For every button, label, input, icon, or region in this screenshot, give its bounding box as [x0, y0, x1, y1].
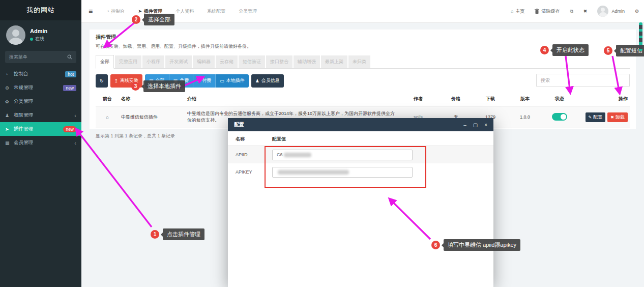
nav-category[interactable]: 分类管理	[232, 0, 264, 23]
step-number: 5	[604, 46, 612, 55]
sidebar-search-input[interactable]: 搜索菜单	[5, 51, 76, 63]
person-icon: ♟	[255, 78, 259, 83]
configure-button[interactable]: ✎ 配置	[586, 112, 606, 122]
dialog-column-headers: 名称 配置值	[228, 131, 493, 146]
step-number: 4	[540, 46, 549, 54]
monitor-icon: ▭	[220, 78, 224, 83]
apikey-input[interactable]	[272, 167, 413, 178]
sidebar-item-addon[interactable]: ➤ 插件管理 new	[0, 122, 81, 136]
sidebar-menu: ◔ 控制台 hot ⚙ 常规管理 new ✿ 分类管理 ♟ 权限管理 ‹ ➤ 插…	[0, 67, 81, 150]
table-header-row: 前台 名称 介绍 作者 价格 下载 版本 状态 操作	[96, 92, 630, 106]
paper-plane-icon: ➤	[5, 127, 14, 132]
sidebar-item-category[interactable]: ✿ 分类管理	[0, 95, 81, 108]
config-row-apiid: APIID C6	[228, 146, 493, 163]
sidebar-item-general[interactable]: ⚙ 常规管理 new	[0, 81, 81, 95]
sidebar-item-member[interactable]: ▦ 会员管理 ‹	[0, 136, 81, 150]
users-icon: ♟	[5, 113, 14, 118]
paper-plane-icon: ➤	[138, 9, 142, 14]
tab-cloudstorage[interactable]: 云存储	[216, 55, 238, 68]
sidebar-item-dashboard[interactable]: ◔ 控制台 hot	[0, 67, 81, 81]
member-info-button[interactable]: ♟ 会员信息	[251, 74, 284, 88]
annotation-5: 5 配置短信	[604, 45, 644, 56]
online-dot-icon	[30, 38, 33, 41]
yen-icon: ¥	[197, 78, 200, 83]
leaf-icon: ✿	[5, 99, 14, 104]
tab-devtest[interactable]: 开发测试	[165, 55, 192, 68]
annotation-2: 2 选择全部	[132, 14, 174, 25]
step-number: 1	[151, 230, 159, 239]
dialog-titlebar[interactable]: 配置 – ▢ ×	[228, 118, 493, 131]
step-tooltip: 选择本地插件	[143, 80, 185, 92]
chevron-left-icon: ‹	[74, 112, 76, 119]
tab-miniprogram[interactable]: 小程序	[142, 55, 164, 68]
clear-cache-button[interactable]: 清除缓存	[530, 0, 565, 23]
tab-enhance[interactable]: 辅助增强	[294, 55, 320, 68]
search-placeholder: 搜索	[541, 77, 550, 84]
search-icon	[67, 54, 72, 60]
field-label: APIKEY	[236, 169, 272, 175]
user-name: Admin	[611, 9, 625, 14]
tab-editor[interactable]: 编辑器	[193, 55, 215, 68]
upload-icon: ↥	[114, 78, 119, 83]
scrollbar-thumb[interactable]	[639, 22, 642, 51]
copy-icon[interactable]: ⧉	[565, 0, 578, 23]
table-icon: ▦	[5, 140, 14, 146]
filter-paid-button[interactable]: ¥ 付费	[193, 74, 216, 88]
pencil-icon: ✎	[589, 115, 592, 120]
sidebar-item-auth[interactable]: ♟ 权限管理 ‹	[0, 108, 81, 122]
settings-gear-icon[interactable]: ⚙	[630, 0, 644, 23]
addon-version: 1.0.0	[508, 106, 542, 128]
user-status: 在线	[35, 36, 44, 42]
trash-icon	[535, 9, 539, 14]
new-badge: new	[63, 85, 76, 91]
avatar[interactable]	[6, 25, 25, 45]
new-badge: new	[63, 126, 76, 132]
close-icon[interactable]: ×	[484, 122, 487, 128]
step-tooltip: 选择全部	[144, 14, 174, 25]
dialog-title: 配置	[234, 121, 457, 128]
tab-bar: 全部 完整应用 小程序 开发测试 编辑器 云存储 短信验证 接口整合 辅助增强 …	[96, 55, 630, 69]
uninstall-button[interactable]: ✖ 卸载	[607, 112, 628, 122]
apiid-input[interactable]: C6	[272, 150, 413, 160]
maximize-icon[interactable]: ▢	[473, 122, 478, 128]
tab-uncategorized[interactable]: 未归类	[348, 55, 370, 68]
x-icon: ✖	[610, 115, 614, 120]
sidebar-search-placeholder: 搜索菜单	[9, 54, 67, 61]
hot-badge: hot	[65, 71, 76, 77]
step-number: 2	[132, 15, 140, 24]
refresh-button[interactable]: ↻	[96, 74, 108, 88]
minimize-icon[interactable]: –	[463, 122, 466, 128]
frontend-home-icon[interactable]: ⌂	[96, 106, 119, 128]
tab-api[interactable]: 接口整合	[266, 55, 292, 68]
user-menu[interactable]: Admin	[592, 0, 630, 23]
home-button[interactable]: ⌂ 主页	[506, 0, 530, 23]
site-title: 我的网站	[0, 0, 81, 20]
tab-newest[interactable]: 最新上架	[321, 55, 347, 68]
tab-all[interactable]: 全部	[96, 55, 114, 69]
nav-dashboard[interactable]: ◔ 控制台	[100, 0, 131, 23]
status-toggle[interactable]	[552, 113, 567, 121]
user-panel: Admin 在线	[0, 20, 81, 49]
step-number: 3	[131, 82, 140, 91]
filter-local-button[interactable]: ▭ 本地插件	[216, 74, 249, 88]
home-icon: ⌂	[511, 9, 513, 14]
nav-sysconfig[interactable]: 系统配置	[200, 0, 232, 23]
hamburger-icon[interactable]: ≡	[81, 7, 100, 15]
table-search-input[interactable]: 搜索	[536, 74, 630, 87]
step-tooltip: 填写中昱维信 apiid跟apikey	[444, 239, 520, 251]
annotation-4: 4 开启此状态	[540, 44, 589, 56]
config-row-apikey: APIKEY	[228, 163, 493, 181]
tab-sms[interactable]: 短信验证	[239, 55, 265, 68]
page-title: 插件管理	[96, 34, 630, 41]
annotation-6: 6 填写中昱维信 apiid跟apikey	[431, 239, 520, 251]
gauge-icon: ◔	[106, 9, 109, 14]
gear-icon: ⚙	[5, 85, 14, 91]
addon-name: 中昱维信短信插件	[119, 106, 185, 128]
annotation-1: 1 点击插件管理	[151, 228, 204, 240]
step-tooltip: 点击插件管理	[163, 228, 204, 240]
fullscreen-icon[interactable]: ✖	[578, 0, 593, 23]
avatar	[597, 6, 608, 17]
gauge-icon: ◔	[5, 72, 14, 77]
tab-complete-app[interactable]: 完整应用	[115, 55, 141, 68]
annotation-3: 3 选择本地插件	[131, 80, 185, 92]
